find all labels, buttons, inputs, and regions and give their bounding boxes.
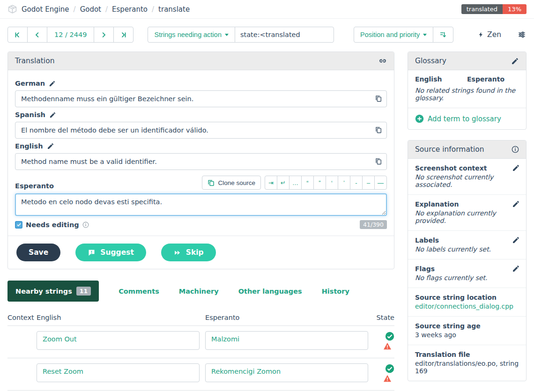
info-icon[interactable]	[512, 146, 519, 153]
section-text: editor/translations/eo.po, string 169	[415, 360, 519, 375]
section-title: Explanation	[415, 200, 519, 208]
glossary-empty-message: No related strings found in the glossary…	[408, 87, 526, 108]
next-page-button[interactable]	[94, 27, 114, 43]
add-term-to-glossary-button[interactable]: Add term to glossary	[408, 108, 526, 129]
nearby-strings-table: Context English Esperanto State Zoom Out…	[7, 314, 394, 392]
glossary-panel-header: Glossary	[408, 52, 526, 70]
tab-other-languages[interactable]: Other languages	[238, 288, 302, 295]
section-title: Source string age	[415, 322, 519, 330]
link-icon	[378, 57, 387, 65]
sort-direction-button[interactable]	[433, 27, 453, 43]
english-source-field: Method name must be a valid identifier.	[15, 153, 387, 170]
section-text: No labels currently set.	[415, 245, 519, 253]
insert-en-dash-button[interactable]: –	[362, 176, 375, 190]
copy-icon[interactable]	[375, 126, 382, 135]
english-cell[interactable]: Reset Zoom	[37, 363, 200, 382]
translated-progress-badge: translated 13%	[461, 4, 527, 14]
edit-pencil-icon[interactable]	[49, 80, 56, 87]
german-translation-text: Methodenname muss ein gültiger Bezeichne…	[21, 95, 193, 103]
breadcrumb-language[interactable]: Esperanto	[112, 5, 148, 14]
warning-triangle-icon	[383, 375, 392, 382]
needs-editing-checkbox[interactable]	[15, 221, 22, 229]
insert-em-dash-button[interactable]: —	[374, 176, 387, 190]
glossary-panel: Glossary English Esperanto No related st…	[408, 52, 527, 130]
column-header-state: State	[374, 314, 394, 321]
german-translation-field: Methodenname muss ein gültiger Bezeichne…	[15, 90, 387, 107]
insert-hyphen-button[interactable]: -	[350, 176, 363, 190]
breadcrumb-component[interactable]: Godot	[80, 5, 101, 14]
search-query-input[interactable]	[235, 27, 334, 43]
copy-icon[interactable]	[375, 157, 382, 167]
edit-pencil-icon[interactable]	[49, 111, 56, 118]
copy-icon[interactable]	[375, 95, 382, 104]
table-row: Warnings Avertoj	[7, 390, 394, 392]
package-icon	[7, 4, 17, 14]
insert-ellipsis-button[interactable]: …	[289, 176, 302, 190]
esperanto-cell[interactable]: Rekomencigi Zomon	[205, 363, 368, 382]
insert-left-single-quote-button[interactable]: ‘	[326, 176, 338, 190]
page-position-counter: 12 / 2449	[47, 27, 94, 43]
breadcrumb-separator: /	[105, 5, 108, 14]
insert-left-double-quote-button[interactable]: “	[301, 176, 314, 190]
esperanto-cell[interactable]: Malzomi	[205, 331, 368, 350]
sort-dropdown-button[interactable]: Position and priority	[354, 27, 433, 43]
save-button[interactable]: Save	[16, 244, 60, 261]
edit-pencil-icon[interactable]	[512, 200, 520, 208]
state-cell	[374, 363, 394, 382]
insert-right-single-quote-button[interactable]: ’	[338, 176, 350, 190]
suggest-button[interactable]: Suggest	[75, 244, 146, 261]
edit-pencil-icon[interactable]	[512, 236, 520, 244]
permalink-button[interactable]	[378, 57, 387, 65]
table-row: Reset Zoom Rekomencigi Zomon	[7, 358, 394, 390]
edit-pencil-icon[interactable]	[512, 164, 520, 172]
toolbar-right-tools: Zen	[478, 30, 527, 39]
insert-right-double-quote-button[interactable]: ”	[313, 176, 326, 190]
sliders-icon	[517, 30, 527, 39]
check-icon	[16, 222, 22, 227]
editor-toolbar: Clone source ⇥ ↵ … “ ” ‘ ’ - – —	[202, 176, 387, 190]
translated-check-icon	[385, 364, 394, 373]
spanish-translation-text: El nombre del método debe ser un identif…	[21, 126, 208, 134]
previous-page-button[interactable]	[27, 27, 47, 43]
preferences-button[interactable]	[517, 30, 527, 39]
language-label-spanish: Spanish	[15, 111, 387, 118]
tab-comments[interactable]: Comments	[119, 288, 159, 295]
edit-pencil-icon[interactable]	[512, 265, 520, 273]
edit-pencil-icon[interactable]	[47, 142, 54, 150]
edit-pencil-icon[interactable]	[511, 57, 519, 65]
info-icon[interactable]	[82, 222, 89, 228]
language-label-english: English	[15, 142, 387, 150]
glossary-title: Glossary	[415, 57, 446, 65]
first-page-button[interactable]	[7, 27, 28, 43]
needs-editing-label: Needs editing	[26, 221, 79, 229]
breadcrumb-page[interactable]: translate	[158, 5, 190, 14]
clone-source-button[interactable]: Clone source	[202, 176, 261, 190]
source-information-header: Source information	[408, 141, 526, 159]
source-location-link[interactable]: editor/connections_dialog.cpp	[415, 303, 513, 310]
source-string-age-section: Source string age 3 weeks ago	[408, 317, 526, 345]
tab-nearby-strings[interactable]: Nearby strings 11	[7, 281, 99, 302]
search-group: Strings needing action	[148, 27, 334, 43]
section-title: Labels	[415, 237, 519, 244]
filter-dropdown-button[interactable]: Strings needing action	[148, 27, 235, 43]
tab-machinery[interactable]: Machinery	[179, 288, 219, 295]
chevron-right-icon	[100, 31, 107, 38]
column-header-esperanto: Esperanto	[205, 314, 374, 321]
insert-newline-button[interactable]: ↵	[277, 176, 289, 190]
last-page-button[interactable]	[113, 27, 134, 43]
zen-mode-button[interactable]: Zen	[478, 30, 501, 39]
skip-button[interactable]: Skip	[161, 244, 216, 261]
column-header-english: English	[37, 314, 205, 321]
special-characters-group: ⇥ ↵ … “ ” ‘ ’ - – —	[265, 176, 387, 190]
top-bar: Godot Engine / Godot / Esperanto / trans…	[0, 0, 534, 19]
labels-section: Labels No labels currently set.	[408, 231, 526, 259]
language-label-esperanto: Esperanto	[15, 182, 54, 190]
breadcrumb-project[interactable]: Godot Engine	[22, 5, 69, 14]
tab-history[interactable]: History	[322, 288, 349, 295]
english-cell[interactable]: Zoom Out	[37, 331, 200, 350]
insert-tab-button[interactable]: ⇥	[265, 176, 277, 190]
breadcrumb: Godot Engine / Godot / Esperanto / trans…	[7, 4, 190, 14]
translation-editor-textarea[interactable]: Metodo en celo nodo devas esti specifita…	[15, 193, 387, 216]
section-title: Flags	[415, 265, 519, 273]
column-header-context: Context	[7, 314, 37, 321]
